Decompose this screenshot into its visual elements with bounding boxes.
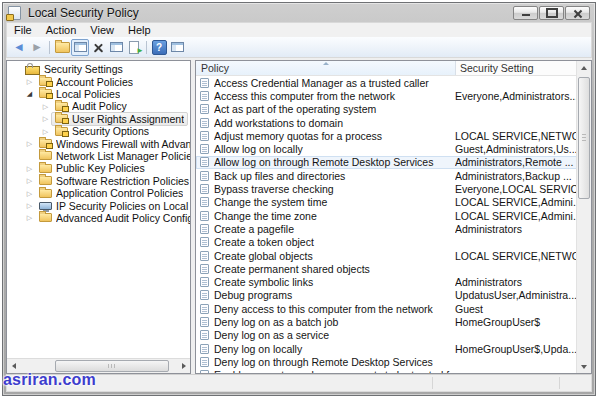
policy-row[interactable]: Create global objects LOCAL SERVICE,NETW… — [196, 249, 577, 262]
scroll-up-icon[interactable] — [577, 61, 591, 74]
show-console-tree-icon[interactable] — [71, 39, 89, 56]
vertical-scroll-thumb[interactable] — [578, 77, 590, 199]
tree-node[interactable]: Advanced Audit Policy Configuration — [35, 211, 190, 225]
policy-row[interactable]: Access Credential Manager as a trusted c… — [196, 76, 577, 89]
policy-row[interactable]: Act as part of the operating system — [196, 103, 577, 116]
policy-document-icon — [200, 370, 209, 373]
policy-row[interactable]: Deny log on through Remote Desktop Servi… — [196, 355, 577, 368]
tree-item-icon — [25, 66, 40, 75]
policy-row[interactable]: Enable computer and user accounts to be … — [196, 369, 577, 373]
back-icon[interactable] — [10, 39, 28, 56]
column-header-security-setting[interactable]: Security Setting — [456, 61, 577, 75]
tree-item[interactable]: Security Options — [7, 125, 190, 137]
policy-row[interactable]: Create a token object — [196, 236, 577, 249]
minimize-button[interactable] — [513, 6, 538, 20]
expand-arrow-icon[interactable] — [24, 202, 35, 209]
policy-security-setting: LOCAL SERVICE,Admini... — [455, 210, 577, 222]
tree-item-label: Account Policies — [56, 76, 133, 88]
tree-item[interactable]: Security Settings — [7, 63, 190, 75]
menu-view[interactable]: View — [83, 23, 121, 37]
policy-name: Act as part of the operating system — [214, 103, 455, 115]
policy-row[interactable]: Back up files and directories Administra… — [196, 169, 577, 182]
expand-arrow-icon[interactable] — [40, 128, 51, 135]
menu-file[interactable]: File — [7, 23, 39, 37]
column-header-policy[interactable]: Policy — [196, 61, 456, 75]
expand-arrow-icon[interactable] — [24, 90, 35, 97]
tree-item-label: Application Control Policies — [56, 187, 183, 199]
policy-security-setting: HomeGroupUser$ — [455, 316, 577, 328]
policy-row[interactable]: Create symbolic links Administrators — [196, 275, 577, 288]
scroll-right-icon[interactable] — [177, 359, 190, 373]
policy-row[interactable]: Debug programs UpdatusUser,Administra... — [196, 289, 577, 302]
expand-arrow-icon[interactable] — [24, 78, 35, 85]
close-button[interactable] — [565, 6, 590, 20]
policy-security-setting: Guest — [455, 303, 577, 315]
policy-document-icon — [200, 131, 209, 141]
tree-item[interactable]: Local Policies — [7, 88, 190, 100]
policy-document-icon — [200, 357, 209, 367]
tree-item[interactable]: Advanced Audit Policy Configuration — [7, 212, 190, 224]
tree-item-label: Advanced Audit Policy Configuration — [56, 212, 190, 224]
expand-arrow-icon[interactable] — [24, 165, 35, 172]
policy-document-icon — [200, 290, 209, 300]
titlebar[interactable]: Local Security Policy — [6, 3, 592, 22]
tree-item[interactable]: Software Restriction Policies — [7, 175, 190, 187]
delete-icon[interactable] — [89, 39, 107, 56]
tree-item[interactable]: Application Control Policies — [7, 187, 190, 199]
tree-item[interactable]: Windows Firewall with Advanced Security — [7, 137, 190, 149]
menu-action[interactable]: Action — [39, 23, 84, 37]
column-header-security-setting-label: Security Setting — [460, 62, 534, 74]
properties-icon[interactable] — [107, 39, 125, 56]
watermark-text: asriran.com — [3, 371, 96, 389]
policy-row[interactable]: Change the time zone LOCAL SERVICE,Admin… — [196, 209, 577, 222]
expand-arrow-icon[interactable] — [24, 177, 35, 184]
list-vertical-scrollbar[interactable] — [576, 61, 591, 373]
scroll-down-icon[interactable] — [577, 360, 591, 373]
expand-arrow-icon[interactable] — [40, 115, 51, 122]
policy-row[interactable]: Add workstations to domain — [196, 116, 577, 129]
policy-row[interactable]: Deny log on locally HomeGroupUser$,Upda.… — [196, 342, 577, 355]
policy-row[interactable]: Create permanent shared objects — [196, 262, 577, 275]
policy-row[interactable]: Adjust memory quotas for a process LOCAL… — [196, 129, 577, 142]
policy-document-icon — [200, 197, 209, 207]
policy-name: Add workstations to domain — [214, 117, 455, 129]
maximize-button[interactable] — [539, 6, 564, 20]
toolbar-separator — [146, 41, 147, 54]
new-window-icon[interactable] — [168, 39, 186, 56]
tree-item[interactable]: Public Key Policies — [7, 162, 190, 174]
desktop-background: Local Security Policy File Action View H… — [0, 0, 600, 400]
policy-row[interactable]: Allow log on locally Guest,Administrator… — [196, 142, 577, 155]
policy-security-setting: Everyone,LOCAL SERVIC... — [455, 183, 577, 195]
policy-list-panel: Policy Security Setting Access Credentia… — [195, 60, 592, 374]
tree-item[interactable]: IP Security Policies on Local Computer — [7, 199, 190, 211]
export-list-icon[interactable] — [125, 39, 143, 56]
up-one-level-icon[interactable] — [53, 39, 71, 56]
policy-row[interactable]: Deny access to this computer from the ne… — [196, 302, 577, 315]
policy-name: Change the time zone — [214, 210, 455, 222]
tree-item[interactable]: Network List Manager Policies — [7, 150, 190, 162]
expand-arrow-icon[interactable] — [24, 140, 35, 147]
policy-row[interactable]: Bypass traverse checking Everyone,LOCAL … — [196, 182, 577, 195]
tree-item[interactable]: Audit Policy — [7, 100, 190, 112]
expand-arrow-icon[interactable] — [40, 103, 51, 110]
tree-item-label: Windows Firewall with Advanced Security — [56, 138, 190, 150]
console-tree-panel: Security Settings Account Policies Local… — [6, 60, 191, 374]
help-icon[interactable]: ? — [150, 39, 168, 56]
policy-document-icon — [200, 304, 209, 314]
expand-arrow-icon[interactable] — [24, 214, 35, 221]
forward-icon[interactable] — [28, 39, 46, 56]
tree-item[interactable]: Account Policies — [7, 75, 190, 87]
expand-arrow-icon[interactable] — [24, 190, 35, 197]
column-header-policy-label: Policy — [201, 62, 229, 74]
policy-document-icon — [200, 171, 209, 181]
policy-row[interactable]: Allow log on through Remote Desktop Serv… — [196, 156, 577, 169]
tree-item[interactable]: User Rights Assignment — [7, 113, 190, 125]
policy-row[interactable]: Deny log on as a service — [196, 329, 577, 342]
menu-help[interactable]: Help — [121, 23, 158, 37]
policy-row[interactable]: Deny log on as a batch job HomeGroupUser… — [196, 315, 577, 328]
policy-row[interactable]: Access this computer from the network Ev… — [196, 89, 577, 102]
policy-row[interactable]: Change the system time LOCAL SERVICE,Adm… — [196, 196, 577, 209]
policy-document-icon — [200, 264, 209, 274]
tree-item-label: Audit Policy — [72, 100, 127, 112]
policy-row[interactable]: Create a pagefile Administrators — [196, 222, 577, 235]
